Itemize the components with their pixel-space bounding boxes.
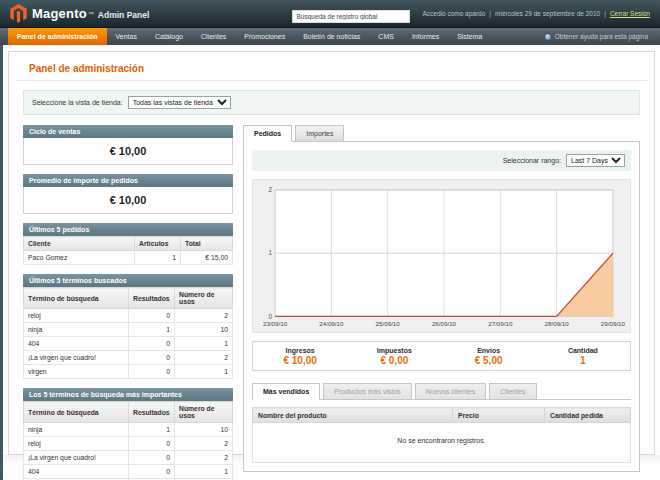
svg-text:2: 2: [268, 186, 272, 193]
tab-label: Productos más vistos: [334, 388, 401, 395]
stat-value: € 5,00: [442, 355, 536, 366]
magento-logo-icon: [10, 4, 27, 23]
cell-items: 1: [135, 251, 181, 265]
nav-item-label: Panel de administración: [17, 33, 98, 40]
store-view-label: Seleccione la vista de tienda:: [32, 99, 123, 106]
logo-subtitle: Admin Panel: [98, 10, 149, 20]
table-row[interactable]: ¡La virgen que cuadro! 0 2: [24, 451, 233, 465]
cell-customer: Paco Gomez: [24, 251, 135, 265]
nav-item-catalogo[interactable]: Catálogo: [146, 28, 192, 45]
tab-label: Más vendidos: [263, 388, 309, 395]
tab-clientes: Clientes: [489, 383, 536, 400]
last-search-terms-box: Últimos 5 términos buscados Término de b…: [23, 274, 233, 379]
logo-trademark: ™: [88, 11, 94, 17]
average-orders-box: Promedio de importe de pedidos € 10,00: [23, 174, 233, 214]
cell-term: virgen: [24, 365, 129, 379]
cell-results: 0: [129, 351, 175, 365]
stat-envios: Envíos € 5,00: [442, 347, 536, 366]
svg-text:23/09/10: 23/09/10: [263, 320, 288, 327]
range-select[interactable]: Last 7 Days: [566, 154, 625, 167]
cell-results: 0: [129, 309, 175, 323]
svg-text:1: 1: [268, 249, 272, 256]
magento-admin-page: Magento ™ Admin Panel Accedió como apard…: [0, 0, 660, 480]
tab-productos-mas-vistos: Productos más vistos: [323, 383, 412, 400]
logo-title: Magento: [32, 6, 87, 21]
table-row[interactable]: 404 0 1: [24, 337, 233, 351]
help-link[interactable]: Obtener ayuda para esta página: [544, 28, 660, 45]
stat-label: Impuestos: [347, 347, 441, 354]
nav-item-informes[interactable]: Informes: [403, 28, 448, 45]
tab-mas-vendidos[interactable]: Más vendidos: [252, 383, 320, 400]
bestsellers-grid: Nombre del producto Precio Cantidad pedi…: [252, 407, 631, 463]
global-search: [292, 5, 410, 23]
table-row[interactable]: ninja 1 10: [24, 323, 233, 337]
orders-amounts-tabs: Pedidos Importes: [243, 125, 640, 141]
orders-area-chart: 01223/09/1024/09/1025/09/1026/09/1027/09…: [255, 184, 628, 332]
empty-row: No se encontraron registros.: [253, 423, 631, 463]
svg-text:28/09/10: 28/09/10: [545, 320, 570, 327]
cell-results: 1: [129, 323, 175, 337]
cell-uses: 2: [175, 451, 233, 465]
nav-item-boletin[interactable]: Boletín de noticias: [294, 28, 369, 45]
nav-item-cms[interactable]: CMS: [369, 28, 403, 45]
nav-item-sistema[interactable]: Sistema: [448, 28, 491, 45]
stat-label: Cantidad: [536, 347, 630, 354]
svg-text:24/09/10: 24/09/10: [319, 320, 344, 327]
svg-text:25/09/10: 25/09/10: [376, 320, 401, 327]
nav-item-label: Ventas: [116, 33, 137, 40]
orders-chart: 01223/09/1024/09/1025/09/1026/09/1027/09…: [252, 179, 631, 333]
main-panel: Panel de administración Seleccione la vi…: [8, 51, 655, 455]
dashboard-right-column: Pedidos Importes Seleccionar rango: Last…: [243, 125, 640, 480]
store-view-select[interactable]: Todas las vistas de tienda: [128, 96, 231, 109]
logged-in-as: Accedió como apardo: [422, 10, 485, 17]
magento-logo: Magento ™ Admin Panel: [10, 4, 149, 23]
cell-term: ninja: [24, 423, 129, 437]
cell-uses: 2: [175, 437, 233, 451]
table-row[interactable]: virgen 0 1: [24, 365, 233, 379]
svg-text:29/09/10: 29/09/10: [601, 320, 626, 327]
tab-label: Importes: [306, 130, 333, 137]
table-row[interactable]: 404 0 1: [24, 465, 233, 479]
products-tabs: Más vendidos Productos más vistos Nuevos…: [252, 383, 631, 400]
empty-grid-message: No se encontraron registros.: [253, 423, 631, 463]
nav-item-promociones[interactable]: Promociones: [235, 28, 294, 45]
stat-label: Ingresos: [253, 347, 347, 354]
top-search-terms-box: Los 5 términos de búsqueda más important…: [23, 388, 233, 480]
cell-term: 404: [24, 337, 129, 351]
global-search-input[interactable]: [292, 10, 410, 23]
table-row[interactable]: reloj 0 2: [24, 309, 233, 323]
tab-pedidos[interactable]: Pedidos: [243, 125, 292, 142]
column-header: Total: [181, 237, 233, 251]
column-header: Cantidad pedida: [545, 408, 631, 423]
average-orders-value: € 10,00: [23, 187, 233, 214]
top-search-terms-table: Término de búsqueda Resultados Número de…: [23, 401, 233, 480]
nav-item-clientes[interactable]: Clientes: [192, 28, 235, 45]
table-row[interactable]: ninja 1 10: [24, 423, 233, 437]
cell-uses: 1: [175, 465, 233, 479]
table-row[interactable]: reloj 0 2: [24, 437, 233, 451]
column-header: Resultados: [129, 288, 175, 309]
cell-term: ninja: [24, 323, 129, 337]
nav-item-label: Promociones: [244, 33, 285, 40]
column-header: Número de usos: [175, 288, 233, 309]
title-divider: [15, 80, 648, 81]
logout-link[interactable]: Cerrar Sesión: [610, 10, 650, 17]
current-date: miércoles 29 de septiembre de 2010: [495, 10, 600, 17]
cell-results: 0: [129, 451, 175, 465]
tab-importes[interactable]: Importes: [295, 125, 344, 142]
nav-item-ventas[interactable]: Ventas: [107, 28, 146, 45]
last-search-terms-title: Últimos 5 términos buscados: [23, 274, 233, 287]
last-orders-table: Cliente Artículos Total Paco Gomez 1 € 1…: [23, 236, 233, 265]
table-row[interactable]: Paco Gomez 1 € 15,00: [24, 251, 233, 265]
cell-term: ¡La virgen que cuadro!: [24, 351, 129, 365]
orders-panel: Seleccionar rango: Last 7 Days 01223/09/…: [243, 141, 640, 472]
cell-results: 1: [129, 423, 175, 437]
nav-item-dashboard[interactable]: Panel de administración: [8, 28, 107, 45]
column-header: Nombre del producto: [253, 408, 453, 423]
svg-text:27/09/10: 27/09/10: [488, 320, 513, 327]
header-bar: Magento ™ Admin Panel Accedió como apard…: [0, 0, 660, 28]
lifetime-sales-value: € 10,00: [23, 138, 233, 165]
cell-results: 0: [129, 437, 175, 451]
stat-label: Envíos: [442, 347, 536, 354]
table-row[interactable]: ¡La virgen que cuadro! 0 2: [24, 351, 233, 365]
